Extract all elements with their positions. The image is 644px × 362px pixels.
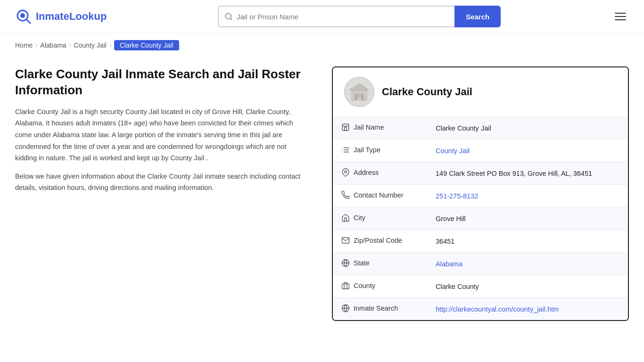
field-link[interactable]: 251-275-8132 <box>436 192 478 200</box>
phone-icon: Contact Number <box>341 191 404 199</box>
svg-line-4 <box>231 18 232 19</box>
breadcrumb-state[interactable]: Alabama <box>40 41 66 49</box>
field-value[interactable]: Alabama <box>427 253 628 275</box>
globe-icon: State <box>341 259 370 267</box>
search-button[interactable]: Search <box>454 6 501 27</box>
right-column: Clarke County Jail Jail NameClarke Count… <box>332 66 629 321</box>
field-label: Jail Name <box>333 117 427 140</box>
breadcrumb: Home › Alabama › County Jail › Clarke Co… <box>0 33 644 57</box>
table-row: Zip/Postal Code36451 <box>333 230 628 253</box>
table-row: CountyClarke County <box>333 275 628 298</box>
breadcrumb-county-jail[interactable]: County Jail <box>74 41 107 49</box>
field-label: Address <box>333 162 427 185</box>
page-title: Clarke County Jail Inmate Search and Jai… <box>15 66 307 99</box>
search-input[interactable] <box>237 13 449 21</box>
search-input-wrapper <box>218 6 454 27</box>
county-icon: County <box>341 281 375 290</box>
field-label: Contact Number <box>333 185 427 207</box>
field-link[interactable]: County Jail <box>436 147 470 155</box>
field-label: City <box>333 207 427 230</box>
field-value[interactable]: http://clarkecountyal.com/county_jail.ht… <box>427 298 628 321</box>
field-value: Clarke County Jail <box>427 117 628 140</box>
search-globe-icon: Inmate Search <box>341 304 398 313</box>
left-column: Clarke County Jail Inmate Search and Jai… <box>15 66 317 321</box>
chevron-icon-1: › <box>35 42 37 49</box>
field-label: Jail Type <box>333 140 427 162</box>
chevron-icon-3: › <box>109 42 111 49</box>
field-value[interactable]: 251-275-8132 <box>427 185 628 207</box>
field-value: 36451 <box>427 230 628 253</box>
svg-point-11 <box>359 85 360 86</box>
info-table: Jail NameClarke County Jail Jail TypeCou… <box>333 116 628 320</box>
facility-image <box>344 77 374 107</box>
field-value: 149 Clark Street PO Box 913, Grove Hill,… <box>427 162 628 185</box>
search-icon <box>224 12 233 21</box>
field-link[interactable]: Alabama <box>436 260 462 268</box>
logo-text: InmateLookup <box>36 10 107 23</box>
table-row: Contact Number251-275-8132 <box>333 185 628 207</box>
facility-building-icon <box>348 81 371 103</box>
card-title: Clarke County Jail <box>382 86 472 98</box>
field-value: Clarke County <box>427 275 628 298</box>
svg-rect-6 <box>355 94 357 100</box>
breadcrumb-home[interactable]: Home <box>15 41 33 49</box>
table-row: Address149 Clark Street PO Box 913, Grov… <box>333 162 628 185</box>
page-description-2: Below we have given information about th… <box>15 171 307 194</box>
page-description-1: Clarke County Jail is a high security Co… <box>15 106 307 164</box>
mail-icon: Zip/Postal Code <box>341 236 402 245</box>
svg-line-2 <box>26 19 30 23</box>
main-content: Clarke County Jail Inmate Search and Jai… <box>0 57 644 340</box>
field-value: Grove Hill <box>427 207 628 230</box>
breadcrumb-current: Clarke County Jail <box>114 40 179 50</box>
table-row: Inmate Searchhttp://clarkecountyal.com/c… <box>333 298 628 321</box>
table-row: StateAlabama <box>333 253 628 275</box>
chevron-icon-2: › <box>69 42 71 49</box>
field-label: Zip/Postal Code <box>333 230 427 253</box>
svg-rect-7 <box>361 94 364 100</box>
search-bar: Search <box>218 6 501 27</box>
building-icon: Jail Name <box>341 123 384 132</box>
svg-point-19 <box>345 171 347 173</box>
location-icon: Address <box>341 168 379 177</box>
table-row: CityGrove Hill <box>333 207 628 230</box>
card-header: Clarke County Jail <box>333 67 628 116</box>
list-icon: Jail Type <box>341 146 380 154</box>
svg-point-1 <box>20 13 25 18</box>
logo[interactable]: InmateLookup <box>15 8 107 25</box>
svg-rect-22 <box>342 284 349 289</box>
table-row: Jail NameClarke County Jail <box>333 117 628 140</box>
svg-rect-8 <box>357 94 361 98</box>
hamburger-menu[interactable] <box>612 10 629 23</box>
info-card: Clarke County Jail Jail NameClarke Count… <box>332 66 629 321</box>
field-value[interactable]: County Jail <box>427 140 628 162</box>
field-label: State <box>333 253 427 275</box>
site-header: InmateLookup Search <box>0 0 644 33</box>
logo-icon <box>15 8 32 25</box>
field-link[interactable]: http://clarkecountyal.com/county_jail.ht… <box>436 305 559 313</box>
table-row: Jail TypeCounty Jail <box>333 140 628 162</box>
field-label: County <box>333 275 427 298</box>
field-label: Inmate Search <box>333 298 427 321</box>
city-icon: City <box>341 214 365 222</box>
